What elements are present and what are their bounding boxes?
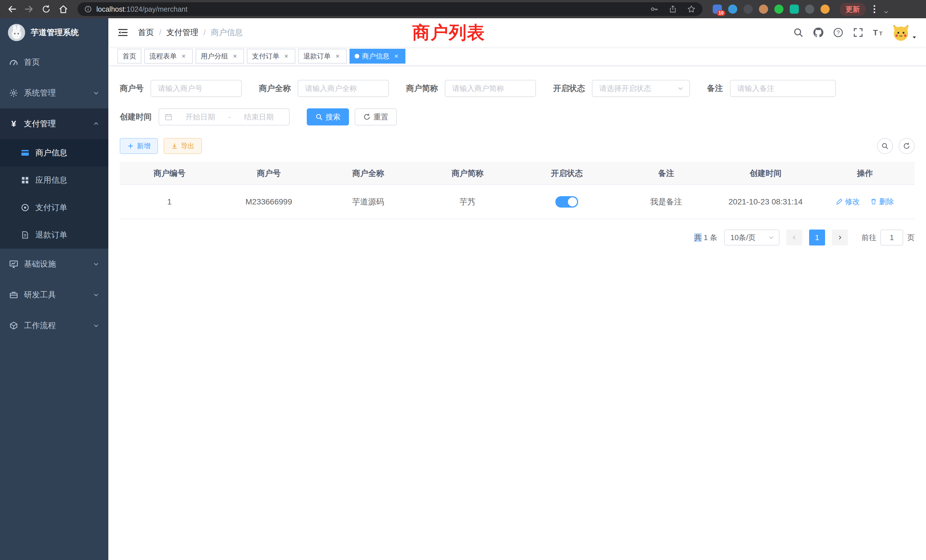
sidebar-item-system[interactable]: 系统管理: [0, 77, 108, 108]
search-button[interactable]: 搜索: [307, 108, 349, 126]
password-key-icon[interactable]: [650, 5, 658, 14]
table-toolbar: 新增 导出: [120, 138, 915, 154]
sidebar-logo[interactable]: 芋道管理系统: [0, 18, 108, 47]
fullscreen-icon[interactable]: [852, 27, 864, 38]
sidebar-item-label: 系统管理: [24, 88, 56, 98]
dashboard-icon: [9, 58, 18, 67]
extension-icon[interactable]: 10: [713, 5, 722, 14]
sidebar-item-home[interactable]: 首页: [0, 47, 108, 77]
sidebar-item-pay-order[interactable]: 支付订单: [0, 194, 108, 221]
start-date-input[interactable]: 开始日期: [176, 112, 225, 122]
search-icon: [315, 113, 323, 121]
search-button-label: 搜索: [325, 112, 340, 122]
table-row: 1 M233666999 芋道源码 芋艿 我是备注 2021-10-23 08:…: [120, 185, 915, 219]
page-info-icon[interactable]: [85, 5, 92, 13]
sidebar-item-workflow[interactable]: 工作流程: [0, 310, 108, 341]
share-icon[interactable]: [669, 5, 677, 13]
short-name-input[interactable]: [445, 80, 536, 97]
forward-arrow-icon: [24, 4, 34, 14]
status-toggle[interactable]: [555, 196, 578, 207]
tab-process-form[interactable]: 流程表单×: [144, 49, 193, 64]
filter-row-1: 商户号 商户全称 商户简称 开启状态 请选择开启状态: [120, 80, 915, 97]
sidebar-item-app-info[interactable]: 应用信息: [0, 166, 108, 194]
extension-icon[interactable]: [774, 5, 784, 14]
back-button[interactable]: [6, 3, 18, 15]
sidebar-item-devtools[interactable]: 研发工具: [0, 279, 108, 310]
close-icon[interactable]: ×: [180, 52, 188, 60]
breadcrumb: 首页 / 支付管理 / 商户信息: [138, 27, 243, 38]
tags-view: 首页 流程表单× 用户分组× 支付订单× 退款订单× 商户信息×: [108, 47, 926, 66]
header-search-icon[interactable]: [793, 27, 804, 38]
target-circle-icon: [21, 203, 30, 212]
prev-page-button[interactable]: [786, 230, 802, 245]
extension-icon[interactable]: [728, 5, 737, 14]
status-select[interactable]: 请选择开启状态: [592, 80, 690, 97]
home-button[interactable]: [57, 3, 70, 15]
bookmark-star-icon[interactable]: [687, 5, 696, 14]
filter-create-time: 创建时间 开始日期 - 结束日期: [120, 108, 290, 126]
user-menu[interactable]: [892, 24, 917, 41]
refresh-table-button[interactable]: [899, 138, 915, 154]
hamburger-icon[interactable]: [118, 27, 129, 38]
add-button[interactable]: 新增: [120, 138, 158, 154]
extension-icon[interactable]: [743, 5, 753, 14]
toggle-search-button[interactable]: [877, 138, 893, 154]
merchant-no-input[interactable]: [151, 80, 242, 97]
svg-text:T: T: [879, 31, 882, 36]
chevron-left-icon: [791, 235, 797, 241]
extension-icon[interactable]: [790, 5, 799, 14]
field-label: 商户全称: [259, 83, 291, 94]
merchant-card-icon: [21, 148, 30, 157]
toolbar-right: [877, 138, 915, 154]
close-icon[interactable]: ×: [282, 52, 290, 60]
calendar-icon: [165, 113, 172, 121]
export-button[interactable]: 导出: [163, 138, 202, 154]
next-page-button[interactable]: [832, 230, 848, 245]
browser-update-button[interactable]: 更新: [840, 3, 865, 16]
end-date-input[interactable]: 结束日期: [234, 112, 283, 122]
extension-icon[interactable]: [805, 5, 814, 14]
url-host: localhost: [96, 5, 125, 13]
font-size-icon[interactable]: TT: [872, 27, 884, 38]
help-question-icon[interactable]: ?: [832, 27, 844, 38]
chevron-down-icon: [93, 322, 99, 329]
sidebar-item-pay[interactable]: ¥ 支付管理: [0, 108, 108, 139]
reload-button[interactable]: [40, 3, 53, 15]
edit-link[interactable]: 修改: [836, 197, 860, 207]
tab-home[interactable]: 首页: [118, 49, 141, 64]
url-bar[interactable]: localhost:1024/pay/merchant: [77, 2, 702, 16]
tab-merchant-info[interactable]: 商户信息×: [350, 49, 406, 64]
tab-refund-order[interactable]: 退款订单×: [298, 49, 346, 64]
goto-page-input[interactable]: [881, 230, 903, 245]
page-size-select[interactable]: 10条/页: [724, 230, 779, 245]
export-button-label: 导出: [181, 141, 194, 151]
page-number-button[interactable]: 1: [809, 230, 825, 245]
extension-icon[interactable]: [820, 5, 830, 14]
filter-remark: 备注: [707, 80, 836, 97]
reset-button[interactable]: 重置: [355, 108, 397, 126]
extensions-row: 10: [713, 5, 830, 14]
remark-input[interactable]: [730, 80, 836, 97]
close-icon[interactable]: ×: [231, 52, 239, 60]
browser-menu-button[interactable]: [870, 3, 879, 15]
sidebar-item-merchant-info[interactable]: 商户信息: [0, 139, 108, 166]
sidebar-item-infra[interactable]: 基础设施: [0, 249, 108, 279]
delete-link[interactable]: 删除: [870, 197, 894, 207]
date-range-picker[interactable]: 开始日期 - 结束日期: [159, 108, 290, 126]
sidebar-item-label: 工作流程: [24, 320, 56, 331]
extension-icon[interactable]: [759, 5, 768, 14]
full-name-input[interactable]: [298, 80, 389, 97]
close-icon[interactable]: ×: [334, 52, 342, 60]
breadcrumb-pay[interactable]: 支付管理: [166, 27, 198, 38]
breadcrumb-home[interactable]: 首页: [138, 27, 154, 38]
github-icon[interactable]: [813, 27, 824, 38]
browser-caret-icon[interactable]: [883, 9, 889, 15]
tab-pay-order[interactable]: 支付订单×: [247, 49, 295, 64]
filter-status: 开启状态 请选择开启状态: [553, 80, 690, 97]
tab-user-group[interactable]: 用户分组×: [195, 49, 244, 64]
col-header: 备注: [617, 162, 716, 185]
sidebar-item-refund-order[interactable]: 退款订单: [0, 221, 108, 249]
forward-button[interactable]: [23, 3, 35, 15]
col-header: 商户简称: [418, 162, 517, 185]
close-icon[interactable]: ×: [392, 52, 400, 60]
